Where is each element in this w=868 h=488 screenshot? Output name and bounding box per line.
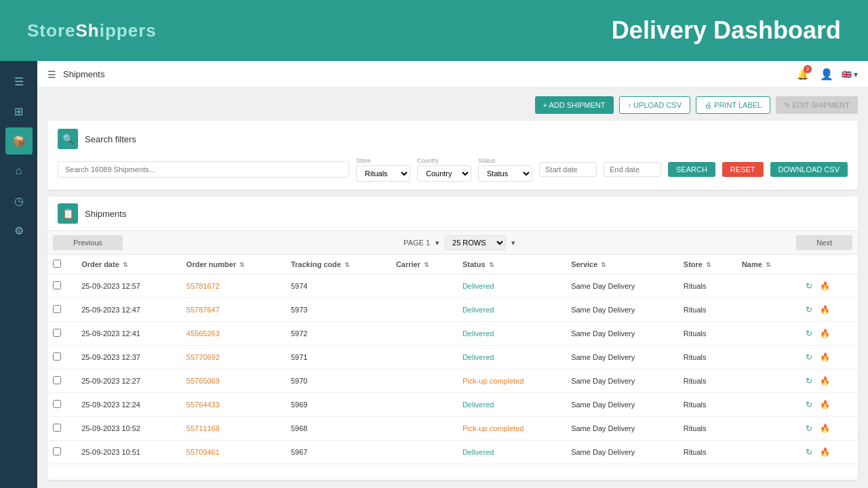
status-filter-select[interactable]: Status: [478, 165, 532, 182]
sidebar-item-grid[interactable]: ⊞: [5, 98, 33, 125]
start-date-input[interactable]: [539, 162, 597, 177]
row-checkbox[interactable]: [53, 352, 61, 361]
end-date-input[interactable]: [604, 162, 661, 177]
row-checkbox[interactable]: [53, 447, 61, 455]
route-icon[interactable]: ↻: [802, 279, 816, 293]
download-csv-button[interactable]: DOWNLOAD CSV: [770, 162, 848, 177]
col-name[interactable]: Name ⇅: [736, 255, 797, 274]
order-link[interactable]: 55709461: [186, 448, 220, 456]
route-icon[interactable]: ↻: [802, 445, 816, 459]
next-page-button[interactable]: Next: [796, 235, 852, 250]
search-input[interactable]: [58, 161, 349, 178]
row-status: Pick-up completed: [457, 417, 566, 441]
app-topbar: ☰ Shipments 🔔 2 👤 🇬🇧▾: [37, 61, 868, 88]
language-selector[interactable]: 🇬🇧▾: [842, 70, 858, 79]
row-actions: ↻ 🔥: [797, 417, 858, 441]
fire-icon[interactable]: 🔥: [818, 279, 832, 293]
notification-button[interactable]: 🔔 2: [793, 65, 812, 84]
col-order-date[interactable]: Order date ⇅: [76, 255, 181, 274]
row-carrier: [391, 274, 457, 298]
fire-icon[interactable]: 🔥: [818, 445, 832, 459]
row-store: Rituals: [678, 274, 736, 298]
row-checkbox[interactable]: [53, 329, 61, 337]
order-link[interactable]: 55781672: [186, 282, 220, 290]
print-label-button[interactable]: 🖨 PRINT LABEL: [696, 96, 770, 114]
country-filter-select[interactable]: Country: [417, 165, 471, 182]
page-dropdown-icon: ▾: [435, 239, 439, 247]
app-content: + ADD SHIPMENT ↑ UPLOAD CSV 🖨 PRINT LABE…: [37, 88, 868, 488]
col-status[interactable]: Status ⇅: [457, 255, 566, 274]
fire-icon[interactable]: 🔥: [818, 374, 832, 388]
sidebar-item-shipments[interactable]: 📦: [5, 127, 33, 155]
store-filter-label: Store: [356, 157, 410, 164]
row-store: Rituals: [678, 393, 736, 417]
search-button[interactable]: SEARCH: [668, 162, 715, 177]
route-icon[interactable]: ↻: [802, 422, 816, 435]
row-date: 25-09-2023 12:37: [76, 346, 181, 369]
reset-button[interactable]: RESET: [722, 162, 764, 177]
table-scroll-area[interactable]: Order date ⇅ Order number ⇅ Tracking cod…: [47, 255, 858, 480]
row-order-number: 55770692: [181, 346, 285, 369]
sidebar-item-home[interactable]: ⌂: [5, 157, 33, 184]
row-date: 25-09-2023 12:41: [76, 322, 181, 346]
user-icon[interactable]: 👤: [820, 68, 833, 81]
row-actions: ↻ 🔥: [797, 298, 858, 322]
edit-shipment-button: ✎ EDIT SHIPMENT: [776, 96, 858, 114]
fire-icon[interactable]: 🔥: [818, 398, 832, 411]
row-actions: ↻ 🔥: [797, 346, 858, 369]
fire-icon[interactable]: 🔥: [818, 327, 832, 340]
hamburger-icon[interactable]: ☰: [47, 69, 56, 80]
col-order-number[interactable]: Order number ⇅: [181, 255, 285, 274]
row-order-number: 55711168: [181, 417, 285, 441]
order-link[interactable]: 55770692: [186, 353, 220, 361]
row-carrier: [391, 393, 457, 417]
order-link[interactable]: 55764433: [186, 401, 220, 409]
rows-per-page-select[interactable]: 25 ROWS 50 ROWS 100 ROWS: [445, 235, 506, 250]
order-link[interactable]: 55765069: [186, 377, 220, 385]
upload-csv-button[interactable]: ↑ UPLOAD CSV: [619, 96, 690, 114]
fire-icon[interactable]: 🔥: [818, 422, 832, 435]
col-service[interactable]: Service ⇅: [566, 255, 678, 274]
table-row: 25-09-2023 10:52 55711168 5968 Pick-up c…: [47, 417, 858, 441]
route-icon[interactable]: ↻: [802, 303, 816, 317]
route-icon[interactable]: ↻: [802, 327, 816, 340]
fire-icon[interactable]: 🔥: [818, 303, 832, 317]
select-all-checkbox[interactable]: [53, 260, 61, 268]
sidebar-item-clock[interactable]: ◷: [5, 187, 33, 214]
col-carrier[interactable]: Carrier ⇅: [391, 255, 457, 274]
sidebar-item-menu[interactable]: ☰: [5, 68, 33, 95]
row-name: [736, 393, 797, 417]
row-checkbox[interactable]: [53, 424, 61, 432]
row-carrier: [391, 298, 457, 322]
row-tracking: 5974: [285, 274, 391, 298]
search-panel-title: Search filters: [85, 134, 136, 144]
route-icon[interactable]: ↻: [802, 374, 816, 388]
table-header: 📋 Shipments: [47, 197, 858, 231]
row-tracking: 5967: [285, 441, 391, 464]
row-date: 25-09-2023 12:24: [76, 393, 181, 417]
notification-badge: 2: [804, 65, 812, 73]
row-order-number: 45565263: [181, 322, 285, 346]
row-checkbox[interactable]: [53, 376, 61, 384]
route-icon[interactable]: ↻: [802, 350, 816, 364]
order-link[interactable]: 45565263: [186, 329, 220, 338]
row-store: Rituals: [678, 441, 736, 464]
sidebar-item-settings[interactable]: ⚙: [5, 217, 33, 244]
previous-page-button[interactable]: Previous: [53, 235, 123, 250]
order-link[interactable]: 55711168: [186, 424, 220, 432]
add-shipment-button[interactable]: + ADD SHIPMENT: [535, 96, 614, 114]
row-checkbox[interactable]: [53, 400, 61, 408]
row-service: Same Day Delivery: [566, 346, 678, 369]
row-checkbox[interactable]: [53, 281, 61, 289]
row-order-number: 55781672: [181, 274, 285, 298]
col-tracking-code[interactable]: Tracking code ⇅: [285, 255, 391, 274]
route-icon[interactable]: ↻: [802, 398, 816, 411]
fire-icon[interactable]: 🔥: [818, 350, 832, 364]
row-checkbox[interactable]: [53, 305, 61, 313]
row-actions: ↻ 🔥: [797, 322, 858, 346]
store-filter-select[interactable]: Rituals: [356, 165, 410, 182]
col-store[interactable]: Store ⇅: [678, 255, 736, 274]
order-link[interactable]: 55787647: [186, 306, 220, 314]
shipments-table: Order date ⇅ Order number ⇅ Tracking cod…: [47, 255, 858, 464]
row-status: Delivered: [457, 322, 566, 346]
